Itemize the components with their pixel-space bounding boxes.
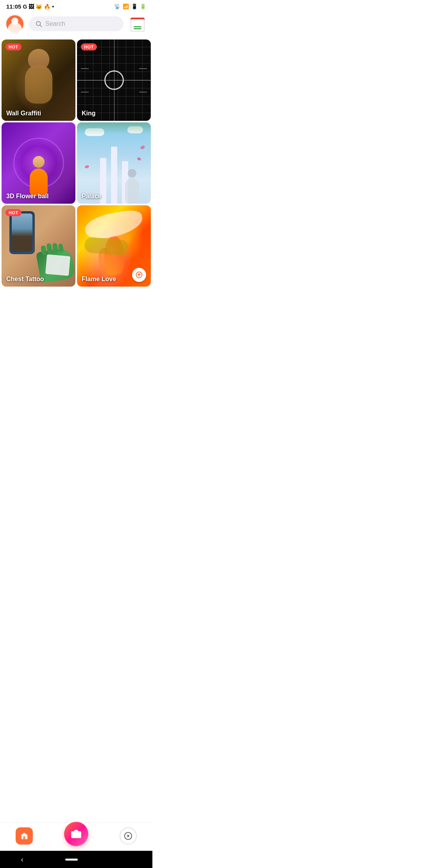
card-palace-bg [77, 122, 151, 204]
content-grid: HOT Wall Graffiti HOT King [0, 38, 152, 288]
calendar-button[interactable]: DAY [127, 14, 148, 34]
palace-columns [100, 147, 128, 204]
card-label-tattoo: Chest Tattoo [6, 276, 44, 283]
card-palace[interactable]: Palace [77, 122, 151, 204]
status-left: 11:05 G 🖼 🐱 🔥 • [6, 3, 54, 10]
fire-icon: 🔥 [44, 4, 50, 10]
header: Search DAY [0, 11, 152, 38]
card-king[interactable]: HOT King [77, 39, 151, 121]
calendar-icon: DAY [130, 16, 145, 32]
card-label-graffiti: Wall Graffiti [6, 110, 41, 117]
cal-check-2 [134, 28, 141, 29]
signal-icon: 📱 [131, 4, 138, 9]
status-bar: 11:05 G 🖼 🐱 🔥 • 📡 📶 📱 🔋 [0, 0, 152, 11]
photos-icon: 🖼 [29, 4, 34, 10]
card-king-bg [77, 39, 151, 121]
battery-icon: 🔋 [140, 4, 146, 9]
graffiti-figure [2, 39, 75, 121]
card-label-palace: Palace [82, 193, 102, 200]
card-label-flower: 3D Flower ball [6, 193, 48, 200]
card-flower[interactable]: 3D Flower ball [2, 122, 75, 204]
flower-person [30, 156, 48, 196]
search-bar[interactable]: Search [29, 16, 123, 31]
ghost-icon: 🐱 [36, 4, 42, 10]
card-flower-bg [2, 122, 75, 204]
hot-badge-graffiti: HOT [5, 43, 21, 50]
palace-person [125, 169, 139, 204]
card-tattoo[interactable]: HOT Chest Tattoo [2, 205, 75, 287]
arrow-up-icon [136, 271, 143, 278]
card-tattoo-bg [2, 205, 75, 287]
avatar-button[interactable] [5, 14, 25, 34]
status-time: 11:05 [6, 3, 21, 10]
card-flame[interactable]: Flame Love [77, 205, 151, 287]
hot-badge-king: HOT [81, 43, 97, 50]
avatar-inner [6, 15, 23, 32]
search-icon [35, 20, 42, 27]
cal-check-1 [134, 26, 141, 27]
card-label-flame: Flame Love [82, 276, 116, 283]
avatar-head [11, 18, 18, 25]
cast-icon: 📡 [114, 4, 120, 9]
cal-body [131, 19, 145, 32]
king-v-line [114, 39, 114, 121]
hot-badge-tattoo: HOT [5, 209, 21, 216]
card-wall-graffiti[interactable]: HOT Wall Graffiti [2, 39, 75, 121]
cal-checks [134, 26, 141, 29]
search-placeholder: Search [45, 20, 65, 27]
dot-icon: • [52, 4, 54, 10]
wifi-icon: 📶 [123, 4, 129, 9]
status-right: 📡 📶 📱 🔋 [114, 4, 146, 9]
tattoo-phone [9, 211, 35, 254]
scroll-up-button[interactable] [132, 268, 146, 282]
svg-line-1 [40, 25, 41, 27]
google-icon: G [23, 4, 27, 10]
card-label-king: King [82, 110, 96, 117]
card-wall-graffiti-bg [2, 39, 75, 121]
